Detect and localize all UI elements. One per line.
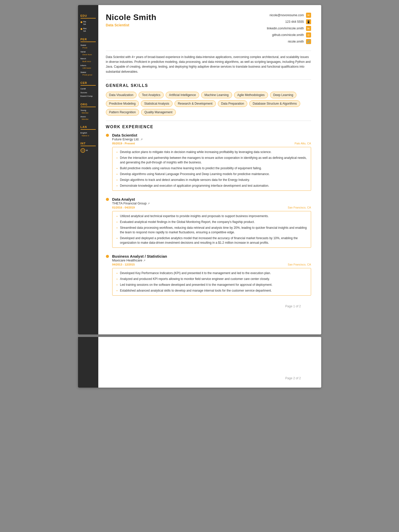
work-bullet-0-0: Develop action plans to mitigate risks i… xyxy=(116,150,307,154)
work-dates-0: 05/2019 - Present xyxy=(112,142,135,145)
work-bullets-1: Utilized analytical and technical expert… xyxy=(112,211,311,248)
page-number-2: Page 2 of 2 xyxy=(108,374,311,384)
work-bullet-0-2: Build predictive models using various ma… xyxy=(116,166,307,170)
work-date-row-0: 05/2019 - Present Palo Alto, CA xyxy=(112,142,311,145)
phone-icon: 📱 xyxy=(306,19,311,24)
website-text: nicole.smith xyxy=(288,40,304,43)
skill-tag-12: Quality Management xyxy=(141,109,176,116)
contact-github-row: github.com/nicole.smith ⊙ xyxy=(267,32,311,37)
interest-icon xyxy=(81,148,85,153)
contact-block: nicole@novoresume.com ✉ 123 444 5555 📱 l… xyxy=(267,13,311,46)
work-item-0: Data Scientist Future Energy Ltd. ↗ 05/2… xyxy=(106,133,311,191)
phone-text: 123 444 5555 xyxy=(285,20,304,24)
contact-linkedin-row: linkedin.com/in/nicole.smith in xyxy=(267,26,311,31)
skill-tag-3: Machine Learning xyxy=(201,92,232,98)
sidebar-cer-label: CER xyxy=(81,81,96,86)
page-number-1: Page 1 of 2 xyxy=(106,302,311,312)
candidate-name: Nicole Smith xyxy=(106,13,157,22)
contact-website-row: nicole.smith 🔗 xyxy=(267,39,311,44)
skill-tag-2: Artificial Intelligence xyxy=(166,92,199,98)
skill-tag-1: Text Analytics xyxy=(139,92,164,98)
candidate-title: Data Scientist xyxy=(106,23,157,27)
sidebar: EDU Ma SA Bac SA PER Statist Predi Varia… xyxy=(78,5,98,334)
skill-tag-8: Research & Development xyxy=(175,100,216,107)
skill-tag-7: Statistical Analysis xyxy=(141,100,173,107)
work-bullets-2: Developed Key Performance Indicators (KP… xyxy=(112,268,311,296)
work-bullet-2-2: Led training sessions on the software de… xyxy=(116,282,307,287)
work-bullet-1-2: Streamlined data processing workflows, r… xyxy=(116,225,307,235)
work-heading: WORK EXPERIENCE xyxy=(106,125,311,129)
company-link-icon-1: ↗ xyxy=(147,202,150,205)
work-bullet-0-3: Develop algorithms using Natural Languag… xyxy=(116,172,307,176)
github-icon: ⊙ xyxy=(306,32,311,37)
company-link-icon-0: ↗ xyxy=(140,138,143,141)
resume-header: Nicole Smith Data Scientist nicole@novor… xyxy=(106,13,311,46)
work-date-row-1: 01/2016 - 04/2019 San Francisco, CA xyxy=(112,206,311,209)
name-block: Nicole Smith Data Scientist xyxy=(106,13,157,27)
work-location-1: San Francisco, CA xyxy=(288,206,311,209)
work-company-0: Future Energy Ltd. ↗ xyxy=(112,137,311,141)
resume-page-2: Page 2 of 2 xyxy=(78,337,321,388)
contact-email-row: nicole@novoresume.com ✉ xyxy=(267,13,311,18)
sidebar-page2 xyxy=(78,337,98,388)
work-item-2: Business Analyst / Statistician Maxicare… xyxy=(106,254,311,296)
website-icon: 🔗 xyxy=(306,39,311,44)
work-bullet-0-5: Demonstrate knowledge and execution of a… xyxy=(116,183,307,188)
summary-text: Data Scientist with 4+ years of broad-ba… xyxy=(106,55,311,74)
work-bullet-2-3: Established advanced analytical skills t… xyxy=(116,288,307,293)
sidebar-lan-label: LAN xyxy=(81,125,96,130)
sidebar-org-label: ORG xyxy=(81,103,96,107)
work-company-1: THETA Financial Group ↗ xyxy=(112,201,311,205)
sidebar-int-label: INT xyxy=(81,142,96,146)
summary-divider xyxy=(106,79,311,80)
sidebar-edu-label: EDU xyxy=(81,14,96,18)
skill-tag-6: Predictive Modeling xyxy=(106,100,139,107)
work-bullet-0-1: Drive the interaction and partnership be… xyxy=(116,156,307,165)
work-bullet-2-1: Analyzed and produced KPI reports allowi… xyxy=(116,277,307,281)
work-bullet-2-0: Developed Key Performance Indicators (KP… xyxy=(116,271,307,275)
work-title-1: Data Analyst xyxy=(112,197,311,201)
contact-phone-row: 123 444 5555 📱 xyxy=(267,19,311,24)
work-title-2: Business Analyst / Statistician xyxy=(112,254,311,258)
skill-tag-10: Database Structure & Algorithms xyxy=(249,100,300,107)
skills-heading: GENERAL SKILLS xyxy=(106,83,311,88)
skill-tag-4: Agile Methodologies xyxy=(234,92,268,98)
work-dates-1: 01/2016 - 04/2019 xyxy=(112,206,135,209)
skill-tag-11: Pattern Recognition xyxy=(106,109,139,116)
work-bullet-1-3: Developed and deployed a predictive anal… xyxy=(116,236,307,245)
skill-tag-5: Deep Learning xyxy=(270,92,297,98)
header-divider xyxy=(106,51,311,51)
work-dates-2: 04/2013 - 12/2015 xyxy=(112,263,135,266)
work-company-2: Maxicare Healthcare ↗ xyxy=(112,258,311,262)
work-date-row-2: 04/2013 - 12/2015 San Francisco, CA xyxy=(112,263,311,266)
skills-container: Data Visualization Text Analytics Artifi… xyxy=(106,92,311,116)
work-bullets-0: Develop action plans to mitigate risks i… xyxy=(112,147,311,191)
work-bullet-1-1: Evaluated analytical model findings in t… xyxy=(116,220,307,224)
skill-tag-0: Data Visualization xyxy=(106,92,137,98)
work-location-2: San Francisco, CA xyxy=(288,263,311,266)
email-text: nicole@novoresume.com xyxy=(270,13,304,17)
main-content: Nicole Smith Data Scientist nicole@novor… xyxy=(98,5,321,334)
sidebar-per-label: PER xyxy=(81,38,96,42)
linkedin-text: linkedin.com/in/nicole.smith xyxy=(267,27,304,30)
page2-content: Page 2 of 2 xyxy=(98,337,321,388)
linkedin-icon: in xyxy=(306,26,311,31)
skills-divider xyxy=(106,121,311,121)
sidebar-edu-item-1: Ma SA xyxy=(81,21,96,26)
work-bullet-1-0: Utilized analytical and technical expert… xyxy=(116,214,307,218)
company-link-icon-2: ↗ xyxy=(143,259,145,262)
skill-tag-9: Data Preparation xyxy=(218,100,248,107)
resume-page-1: EDU Ma SA Bac SA PER Statist Predi Varia… xyxy=(78,5,321,334)
work-bullet-0-4: Design algorithms to track and detect an… xyxy=(116,178,307,182)
work-title-0: Data Scientist xyxy=(112,133,311,137)
work-location-0: Palo Alto, CA xyxy=(295,142,311,145)
work-item-1: Data Analyst THETA Financial Group ↗ 01/… xyxy=(106,197,311,248)
sidebar-edu-item-2: Bac SA xyxy=(81,27,96,33)
email-icon: ✉ xyxy=(306,13,311,18)
github-text: github.com/nicole.smith xyxy=(272,33,304,37)
